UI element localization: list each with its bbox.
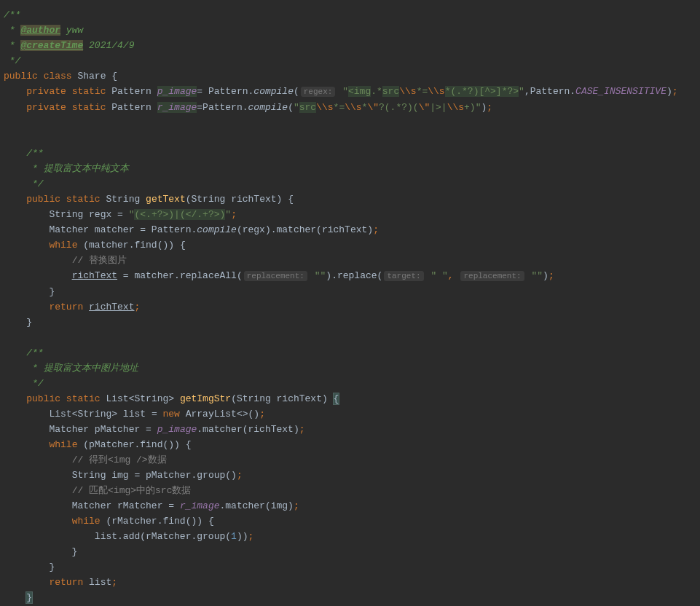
code-line: // 替换图片 — [4, 253, 696, 268]
code-line: public static String getText(String rich… — [4, 192, 696, 207]
code-line: /** — [4, 345, 696, 361]
code-line: return list; — [4, 575, 696, 590]
code-line: * @author yww — [4, 23, 696, 38]
code-editor[interactable]: /** * @author yww * @createTime 2021/4/9… — [4, 7, 696, 605]
code-line: /** — [4, 146, 696, 161]
class-name: Share — [77, 71, 106, 82]
param-hint: replacement: — [460, 271, 524, 281]
code-line: list.add(rMatcher.group(1)); — [4, 529, 696, 544]
code-line: Matcher rMatcher = r_image.matcher(img); — [4, 498, 696, 513]
code-line: * @createTime 2021/4/9 — [4, 38, 696, 53]
code-line: } — [4, 284, 696, 299]
code-line: String regx = "(<.+?>)|(</.+?>)"; — [4, 207, 696, 222]
author-tag: @author — [20, 25, 60, 36]
blank-line — [4, 115, 696, 130]
code-line: * 提取富文本中图片地址 — [4, 361, 696, 376]
field-r-image: r_image — [157, 102, 197, 113]
code-line: while (pMatcher.find()) { — [4, 437, 696, 452]
code-line: String img = pMatcher.group(); — [4, 468, 696, 483]
method-gettext: getText — [146, 194, 186, 205]
code-line: /** — [4, 7, 696, 23]
blank-line — [4, 330, 696, 345]
code-line: // 得到<img />数据 — [4, 452, 696, 468]
param-hint: target: — [384, 271, 423, 281]
code-line: } — [4, 544, 696, 559]
code-line: Matcher pMatcher = p_image.matcher(richT… — [4, 422, 696, 437]
code-line: Matcher matcher = Pattern.compile(regx).… — [4, 222, 696, 237]
code-line: return richText; — [4, 299, 696, 315]
code-line: */ — [4, 376, 696, 391]
code-line: // 匹配<img>中的src数据 — [4, 483, 696, 498]
param-hint: replacement: — [244, 271, 307, 281]
javadoc-open: /** — [4, 9, 20, 20]
code-line: public class Share { — [4, 68, 696, 84]
blank-line — [4, 130, 696, 146]
code-line: * 提取富文本中纯文本 — [4, 161, 696, 176]
code-line: } — [4, 559, 696, 575]
code-line: List<String> list = new ArrayList<>(); — [4, 406, 696, 422]
brace-open-highlight: { — [333, 393, 340, 405]
createtime-tag: @createTime — [20, 40, 83, 51]
code-line: while (rMatcher.find()) { — [4, 513, 696, 529]
code-line: */ — [4, 53, 696, 68]
code-line: richText = matcher.replaceAll(replacemen… — [4, 268, 696, 284]
code-line: private static Pattern r_image=Pattern.c… — [4, 100, 696, 115]
code-line: private static Pattern p_image= Pattern.… — [4, 84, 696, 100]
field-p-image: p_image — [157, 86, 197, 97]
code-line: } — [4, 315, 696, 330]
code-line: while (matcher.find()) { — [4, 237, 696, 253]
code-line: } — [4, 590, 696, 605]
code-line: */ — [4, 176, 696, 192]
brace-close-highlight: } — [25, 591, 33, 604]
param-hint: regex: — [301, 87, 336, 97]
method-getimgstr: getImgStr — [180, 393, 231, 404]
code-line: public static List<String> getImgStr(Str… — [4, 391, 696, 406]
